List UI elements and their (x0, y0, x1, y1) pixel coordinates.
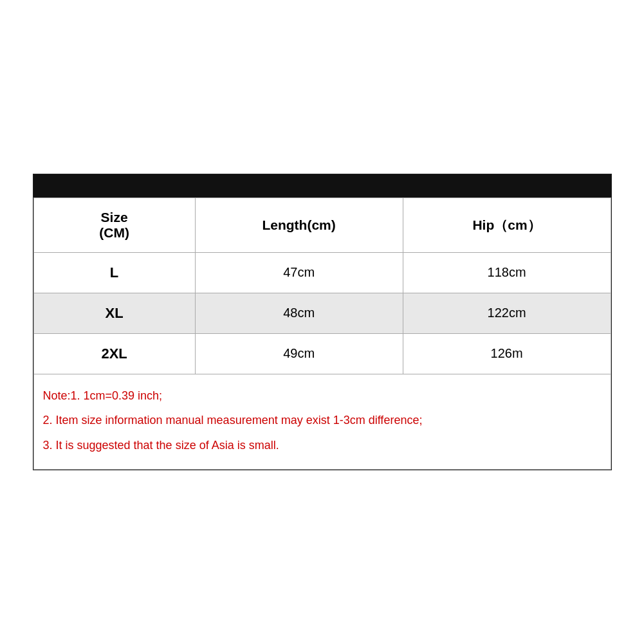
chart-title-row (33, 174, 611, 198)
size-chart-wrapper: Size(CM) Length(cm) Hip（cm） L47cm118cmXL… (33, 174, 612, 471)
cell-size: XL (33, 293, 195, 333)
table-row: XL48cm122cm (33, 293, 611, 333)
header-length: Length(cm) (195, 198, 403, 252)
header-size: Size(CM) (33, 198, 195, 252)
table-header-row: Size(CM) Length(cm) Hip（cm） (33, 198, 611, 252)
cell-length: 49cm (195, 333, 403, 374)
note-3: 3. It is suggested that the size of Asia… (43, 436, 602, 455)
cell-length: 47cm (195, 252, 403, 293)
notes-section: Note:1. 1cm=0.39 inch; 2. Item size info… (33, 374, 611, 470)
cell-hip: 122cm (403, 293, 611, 333)
size-chart-container: Size(CM) Length(cm) Hip（cm） L47cm118cmXL… (33, 174, 612, 471)
note-1: Note:1. 1cm=0.39 inch; (43, 386, 602, 406)
size-table: Size(CM) Length(cm) Hip（cm） L47cm118cmXL… (33, 198, 611, 374)
cell-size: L (33, 252, 195, 293)
cell-hip: 126m (403, 333, 611, 374)
cell-size: 2XL (33, 333, 195, 374)
header-hip: Hip（cm） (403, 198, 611, 252)
cell-length: 48cm (195, 293, 403, 333)
table-row: 2XL49cm126m (33, 333, 611, 374)
note-2: 2. Item size information manual measurem… (43, 410, 602, 430)
table-row: L47cm118cm (33, 252, 611, 293)
cell-hip: 118cm (403, 252, 611, 293)
